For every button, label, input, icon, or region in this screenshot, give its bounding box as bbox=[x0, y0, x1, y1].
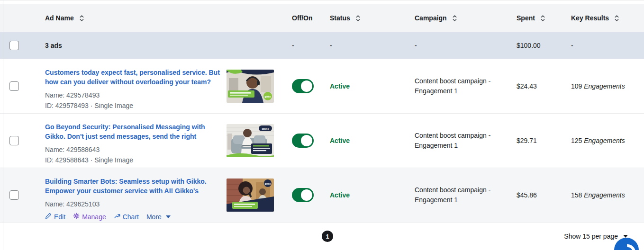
campaign-value: Content boost campaign - Engagement 1 bbox=[415, 131, 506, 151]
page-size-dropdown[interactable]: Show 15 per page bbox=[564, 232, 628, 240]
spent-value: $45.86 bbox=[517, 191, 571, 199]
chart-label: Chart bbox=[123, 213, 139, 221]
table-row: Building Smarter Bots: Seamless setup wi… bbox=[0, 168, 644, 222]
ad-title-link[interactable]: Go Beyond Security: Personalised Messagi… bbox=[45, 122, 224, 141]
spent-value: $29.71 bbox=[517, 137, 571, 144]
row-actions: Edit Manage Chart More bbox=[45, 213, 227, 221]
toggle-cell bbox=[292, 79, 330, 93]
ad-title-link[interactable]: Customers today expect fast, personalise… bbox=[45, 68, 224, 87]
key-results-unit: Engagements bbox=[584, 191, 625, 199]
table-header: Ad Name Off/On Status Campaign Spent Key… bbox=[0, 4, 644, 32]
ad-on-off-toggle[interactable] bbox=[292, 134, 314, 148]
page-size-label: Show 15 per page bbox=[564, 232, 618, 240]
summary-row: 3 ads - - - $100.00 - bbox=[0, 32, 644, 59]
column-label: Spent bbox=[517, 14, 535, 22]
campaign-value: Content boost campaign - Engagement 1 bbox=[415, 76, 506, 96]
column-header-ad-name[interactable]: Ad Name bbox=[45, 14, 292, 22]
ad-id-line: ID: 429588643 · Single Image bbox=[45, 155, 227, 165]
key-results-value: 109 Engagements bbox=[571, 82, 644, 90]
svg-text:gikko: gikko bbox=[262, 127, 269, 130]
chart-action[interactable]: Chart bbox=[114, 213, 139, 221]
pagination-page-1[interactable]: 1 bbox=[322, 231, 333, 242]
more-label: More bbox=[146, 213, 162, 221]
ad-thumbnail[interactable]: gikko bbox=[227, 124, 274, 157]
column-label: Status bbox=[330, 14, 350, 22]
column-header-spent[interactable]: Spent bbox=[517, 14, 571, 22]
ad-thumbnail[interactable]: gikko bbox=[227, 70, 274, 103]
ad-name-line: Name: 429588643 bbox=[45, 144, 227, 155]
manage-label: Manage bbox=[82, 213, 106, 221]
key-results-number: 158 bbox=[571, 191, 582, 199]
column-header-campaign[interactable]: Campaign bbox=[415, 14, 517, 22]
row-checkbox[interactable] bbox=[9, 190, 19, 200]
manage-action[interactable]: Manage bbox=[73, 213, 106, 221]
key-results-value: 158 Engagements bbox=[571, 191, 644, 199]
row-select-cell bbox=[0, 190, 45, 200]
ad-name-cell: Customers today expect fast, personalise… bbox=[45, 59, 227, 111]
ad-thumbnail-cell: gikko bbox=[227, 179, 292, 212]
table-row: Go Beyond Security: Personalised Messagi… bbox=[0, 113, 644, 168]
column-header-key-results[interactable]: Key Results bbox=[571, 14, 644, 22]
svg-text:gikko: gikko bbox=[264, 182, 271, 185]
column-label: Ad Name bbox=[45, 14, 74, 22]
status-value: Active bbox=[330, 137, 415, 144]
sort-icon[interactable] bbox=[614, 15, 619, 22]
table-row: Customers today expect fast, personalise… bbox=[0, 59, 644, 113]
edit-label: Edit bbox=[54, 213, 65, 221]
key-results-number: 109 bbox=[571, 82, 582, 90]
sort-icon[interactable] bbox=[540, 15, 545, 22]
sort-icon[interactable] bbox=[452, 15, 457, 22]
more-action[interactable]: More bbox=[146, 213, 171, 221]
ad-on-off-toggle[interactable] bbox=[292, 79, 314, 93]
table-footer: 1 Show 15 per page bbox=[0, 222, 644, 250]
spent-value: $24.43 bbox=[517, 82, 571, 90]
summary-off-on: - bbox=[292, 42, 330, 49]
column-label: Key Results bbox=[571, 14, 609, 22]
select-all-cell bbox=[0, 41, 45, 50]
summary-key-results: - bbox=[571, 42, 644, 49]
summary-campaign: - bbox=[415, 42, 517, 49]
gear-icon bbox=[73, 213, 80, 221]
ad-thumbnail[interactable]: gikko bbox=[227, 179, 274, 212]
row-checkbox[interactable] bbox=[9, 136, 19, 145]
edit-action[interactable]: Edit bbox=[45, 213, 65, 221]
campaign-value: Content boost campaign - Engagement 1 bbox=[415, 185, 506, 205]
chart-arrow-icon bbox=[114, 213, 120, 221]
ad-name-cell: Building Smarter Bots: Seamless setup wi… bbox=[45, 168, 227, 221]
column-header-status[interactable]: Status bbox=[330, 14, 415, 22]
key-results-unit: Engagements bbox=[584, 137, 625, 144]
top-border bbox=[0, 0, 644, 0]
summary-spent: $100.00 bbox=[517, 42, 571, 49]
key-results-number: 125 bbox=[571, 137, 582, 144]
ad-thumbnail-cell: gikko bbox=[227, 124, 292, 157]
ad-name-line: Name: 429625103 bbox=[45, 199, 227, 209]
toggle-cell bbox=[292, 188, 330, 202]
row-checkbox[interactable] bbox=[9, 81, 19, 91]
ads-count: 3 ads bbox=[45, 42, 292, 49]
chevron-down-icon bbox=[166, 215, 171, 218]
toggle-cell bbox=[292, 134, 330, 148]
sort-icon[interactable] bbox=[355, 15, 361, 22]
status-value: Active bbox=[330, 82, 415, 90]
column-label: Campaign bbox=[415, 14, 447, 22]
key-results-value: 125 Engagements bbox=[571, 137, 644, 144]
ad-name-line: Name: 429578493 bbox=[45, 90, 227, 100]
ad-thumbnail-cell: gikko bbox=[227, 70, 292, 103]
column-header-off-on: Off/On bbox=[292, 14, 330, 22]
column-label: Off/On bbox=[292, 14, 313, 22]
ad-name-cell: Go Beyond Security: Personalised Messagi… bbox=[45, 114, 227, 165]
summary-status: - bbox=[330, 42, 415, 49]
key-results-unit: Engagements bbox=[584, 82, 625, 90]
ad-title-link[interactable]: Building Smarter Bots: Seamless setup wi… bbox=[45, 177, 224, 196]
ad-id-line: ID: 429578493 · Single Image bbox=[45, 100, 227, 111]
panel-left-border bbox=[3, 0, 3, 250]
select-all-checkbox[interactable] bbox=[9, 41, 19, 50]
ad-on-off-toggle[interactable] bbox=[292, 188, 314, 202]
status-value: Active bbox=[330, 191, 415, 199]
pencil-icon bbox=[45, 213, 52, 221]
sort-icon[interactable] bbox=[79, 15, 84, 22]
row-select-cell bbox=[0, 136, 45, 145]
svg-text:gikko: gikko bbox=[264, 95, 271, 98]
row-select-cell bbox=[0, 81, 45, 91]
